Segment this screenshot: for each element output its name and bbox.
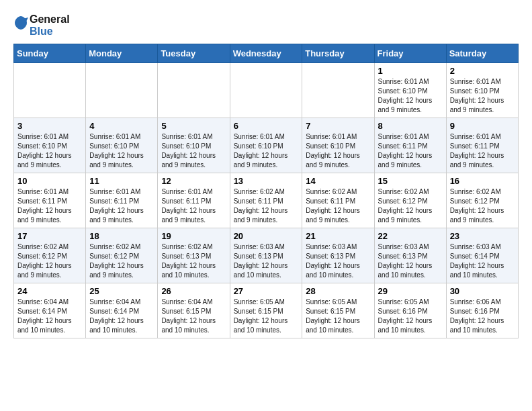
day-info: Sunrise: 6:01 AM Sunset: 6:10 PM Dayligh… [234,132,299,170]
day-info: Sunrise: 6:02 AM Sunset: 6:11 PM Dayligh… [234,187,299,225]
day-number: 29 [378,286,443,296]
day-number: 9 [450,121,515,131]
day-info: Sunrise: 6:05 AM Sunset: 6:16 PM Dayligh… [378,298,443,335]
day-number: 28 [306,286,370,296]
col-header-saturday: Saturday [446,44,518,63]
calendar-cell: 24Sunrise: 6:04 AM Sunset: 6:14 PM Dayli… [14,283,86,338]
calendar-cell: 20Sunrise: 6:03 AM Sunset: 6:13 PM Dayli… [230,228,302,283]
day-number: 6 [234,121,299,131]
day-info: Sunrise: 6:01 AM Sunset: 6:11 PM Dayligh… [450,132,515,170]
day-number: 25 [89,286,154,296]
day-info: Sunrise: 6:01 AM Sunset: 6:11 PM Dayligh… [89,187,154,225]
day-number: 22 [378,231,443,241]
day-number: 7 [306,121,370,131]
calendar-cell: 9Sunrise: 6:01 AM Sunset: 6:11 PM Daylig… [446,118,518,173]
calendar-cell [86,63,158,118]
day-number: 18 [89,231,154,241]
day-info: Sunrise: 6:03 AM Sunset: 6:13 PM Dayligh… [306,242,370,280]
day-number: 2 [450,66,515,76]
calendar-cell: 18Sunrise: 6:02 AM Sunset: 6:12 PM Dayli… [86,228,158,283]
calendar-cell: 2Sunrise: 6:01 AM Sunset: 6:10 PM Daylig… [446,63,518,118]
day-number: 19 [161,231,226,241]
day-info: Sunrise: 6:01 AM Sunset: 6:10 PM Dayligh… [17,132,82,170]
calendar-cell: 27Sunrise: 6:05 AM Sunset: 6:15 PM Dayli… [230,283,302,338]
logo-bird-icon [13,15,28,36]
day-info: Sunrise: 6:04 AM Sunset: 6:15 PM Dayligh… [161,298,226,335]
day-number: 8 [378,121,443,131]
day-info: Sunrise: 6:01 AM Sunset: 6:11 PM Dayligh… [378,132,443,170]
day-number: 17 [17,231,82,241]
calendar-cell: 29Sunrise: 6:05 AM Sunset: 6:16 PM Dayli… [374,283,446,338]
day-number: 15 [378,176,443,186]
calendar-cell: 26Sunrise: 6:04 AM Sunset: 6:15 PM Dayli… [158,283,230,338]
day-info: Sunrise: 6:01 AM Sunset: 6:11 PM Dayligh… [161,187,226,225]
calendar-cell: 13Sunrise: 6:02 AM Sunset: 6:11 PM Dayli… [230,173,302,228]
calendar-cell: 22Sunrise: 6:03 AM Sunset: 6:13 PM Dayli… [374,228,446,283]
logo: General Blue [13,13,70,37]
day-info: Sunrise: 6:04 AM Sunset: 6:14 PM Dayligh… [89,298,154,335]
calendar-cell: 14Sunrise: 6:02 AM Sunset: 6:11 PM Dayli… [302,173,374,228]
logo-text-general: General [30,13,70,26]
calendar-cell: 19Sunrise: 6:02 AM Sunset: 6:13 PM Dayli… [158,228,230,283]
day-info: Sunrise: 6:01 AM Sunset: 6:10 PM Dayligh… [161,132,226,170]
calendar-cell: 17Sunrise: 6:02 AM Sunset: 6:12 PM Dayli… [14,228,86,283]
calendar-cell: 21Sunrise: 6:03 AM Sunset: 6:13 PM Dayli… [302,228,374,283]
day-info: Sunrise: 6:01 AM Sunset: 6:10 PM Dayligh… [89,132,154,170]
calendar-table: SundayMondayTuesdayWednesdayThursdayFrid… [13,44,519,338]
calendar-cell: 11Sunrise: 6:01 AM Sunset: 6:11 PM Dayli… [86,173,158,228]
day-info: Sunrise: 6:02 AM Sunset: 6:12 PM Dayligh… [17,242,82,280]
day-info: Sunrise: 6:03 AM Sunset: 6:13 PM Dayligh… [378,242,443,280]
calendar-cell: 25Sunrise: 6:04 AM Sunset: 6:14 PM Dayli… [86,283,158,338]
calendar-cell [14,63,86,118]
day-number: 4 [89,121,154,131]
calendar-week-row: 1Sunrise: 6:01 AM Sunset: 6:10 PM Daylig… [14,63,519,118]
calendar-cell: 4Sunrise: 6:01 AM Sunset: 6:10 PM Daylig… [86,118,158,173]
day-info: Sunrise: 6:02 AM Sunset: 6:12 PM Dayligh… [450,187,515,225]
day-number: 13 [234,176,299,186]
calendar-cell: 1Sunrise: 6:01 AM Sunset: 6:10 PM Daylig… [374,63,446,118]
calendar-cell [158,63,230,118]
day-number: 27 [234,286,299,296]
day-number: 14 [306,176,370,186]
col-header-monday: Monday [86,44,158,63]
day-info: Sunrise: 6:01 AM Sunset: 6:10 PM Dayligh… [450,77,515,115]
day-info: Sunrise: 6:06 AM Sunset: 6:16 PM Dayligh… [450,298,515,335]
calendar-cell: 30Sunrise: 6:06 AM Sunset: 6:16 PM Dayli… [446,283,518,338]
col-header-wednesday: Wednesday [230,44,302,63]
calendar-header-row: SundayMondayTuesdayWednesdayThursdayFrid… [14,44,519,63]
calendar-cell: 28Sunrise: 6:05 AM Sunset: 6:15 PM Dayli… [302,283,374,338]
day-number: 3 [17,121,82,131]
day-info: Sunrise: 6:02 AM Sunset: 6:12 PM Dayligh… [89,242,154,280]
day-number: 23 [450,231,515,241]
calendar-cell: 6Sunrise: 6:01 AM Sunset: 6:10 PM Daylig… [230,118,302,173]
day-number: 5 [161,121,226,131]
day-number: 1 [378,66,443,76]
calendar-cell: 7Sunrise: 6:01 AM Sunset: 6:10 PM Daylig… [302,118,374,173]
day-number: 26 [161,286,226,296]
day-info: Sunrise: 6:03 AM Sunset: 6:14 PM Dayligh… [450,242,515,280]
day-number: 20 [234,231,299,241]
day-info: Sunrise: 6:01 AM Sunset: 6:10 PM Dayligh… [378,77,443,115]
calendar-cell: 5Sunrise: 6:01 AM Sunset: 6:10 PM Daylig… [158,118,230,173]
day-info: Sunrise: 6:02 AM Sunset: 6:11 PM Dayligh… [306,187,370,225]
calendar-week-row: 3Sunrise: 6:01 AM Sunset: 6:10 PM Daylig… [14,118,519,173]
day-number: 30 [450,286,515,296]
calendar-cell: 12Sunrise: 6:01 AM Sunset: 6:11 PM Dayli… [158,173,230,228]
calendar-cell: 15Sunrise: 6:02 AM Sunset: 6:12 PM Dayli… [374,173,446,228]
page-header: General Blue [13,13,519,37]
col-header-friday: Friday [374,44,446,63]
day-info: Sunrise: 6:02 AM Sunset: 6:13 PM Dayligh… [161,242,226,280]
day-info: Sunrise: 6:05 AM Sunset: 6:15 PM Dayligh… [234,298,299,335]
calendar-cell [302,63,374,118]
calendar-week-row: 10Sunrise: 6:01 AM Sunset: 6:11 PM Dayli… [14,173,519,228]
calendar-week-row: 24Sunrise: 6:04 AM Sunset: 6:14 PM Dayli… [14,283,519,338]
day-number: 11 [89,176,154,186]
day-info: Sunrise: 6:01 AM Sunset: 6:11 PM Dayligh… [17,187,82,225]
calendar-cell [230,63,302,118]
col-header-sunday: Sunday [14,44,86,63]
day-info: Sunrise: 6:01 AM Sunset: 6:10 PM Dayligh… [306,132,370,170]
calendar-cell: 16Sunrise: 6:02 AM Sunset: 6:12 PM Dayli… [446,173,518,228]
col-header-thursday: Thursday [302,44,374,63]
calendar-cell: 23Sunrise: 6:03 AM Sunset: 6:14 PM Dayli… [446,228,518,283]
day-number: 24 [17,286,82,296]
